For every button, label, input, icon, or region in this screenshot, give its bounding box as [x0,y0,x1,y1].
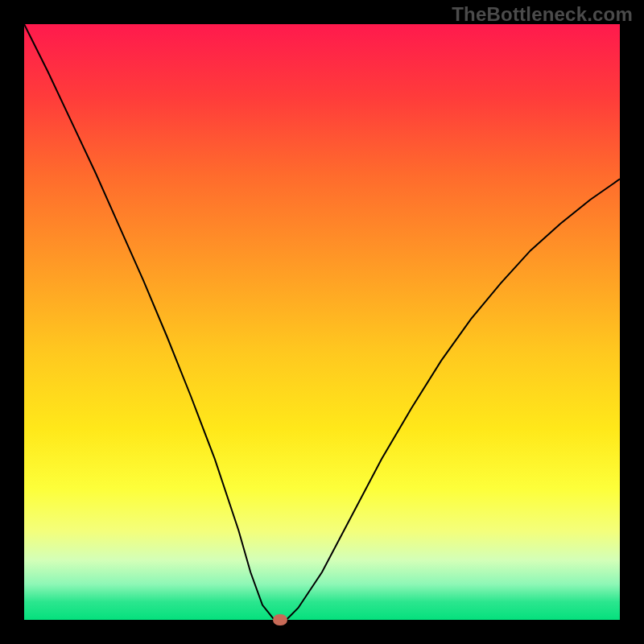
bottleneck-curve-path [24,24,620,620]
bottleneck-curve-svg [24,24,620,620]
chart-frame: TheBottleneck.com [0,0,644,644]
watermark-text: TheBottleneck.com [452,3,633,26]
optimum-marker [273,614,287,625]
